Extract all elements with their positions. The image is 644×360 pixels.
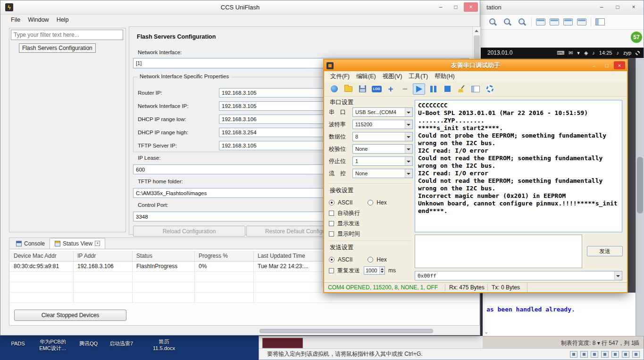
repeat-send-checkbox[interactable] xyxy=(329,268,334,273)
menu-file[interactable]: File xyxy=(7,16,24,23)
databits-select[interactable]: 8 xyxy=(352,132,413,141)
uniflash-titlebar[interactable]: ϟ CCS UniFlash – □ × xyxy=(0,0,480,15)
session-user[interactable]: zyp xyxy=(623,50,631,56)
uniflash-minimize-icon[interactable]: – xyxy=(434,2,448,12)
vmware-maximize-icon[interactable]: □ xyxy=(611,2,625,12)
recv-hex-radio[interactable] xyxy=(368,200,373,205)
log-icon[interactable]: LOG xyxy=(370,83,383,95)
zoom-in-icon[interactable] xyxy=(487,17,498,27)
session-gear-icon[interactable] xyxy=(636,51,640,55)
tab-close-icon[interactable]: × xyxy=(95,241,100,246)
network-icon[interactable]: ◈ xyxy=(584,50,588,56)
tab-console[interactable]: Console xyxy=(11,238,50,249)
vmware-close-icon[interactable]: × xyxy=(627,2,641,12)
menu-bangzhu[interactable]: 帮助(H) xyxy=(431,73,458,81)
serial-close-icon[interactable]: × xyxy=(614,61,625,69)
tab-status-view[interactable]: Status View × xyxy=(50,238,105,249)
add-icon[interactable]: + xyxy=(385,83,397,95)
interval-stepper[interactable]: 1000 xyxy=(364,266,385,275)
uniflash-close-icon[interactable]: × xyxy=(464,2,478,12)
col-device-mac[interactable]: Device Mac Addr xyxy=(10,251,74,261)
network-adapter-icon[interactable] xyxy=(591,351,598,358)
notification-badge[interactable]: 57 xyxy=(630,31,643,44)
menu-gongju[interactable]: 工具(T) xyxy=(405,73,431,81)
stopbits-select[interactable]: 1 xyxy=(352,156,413,166)
open-file-icon[interactable] xyxy=(342,83,354,95)
uniflash-menubar: File Window Help xyxy=(0,15,480,25)
reload-configuration-button[interactable]: Reload Configuration xyxy=(133,226,245,237)
stop-icon[interactable] xyxy=(441,83,453,95)
usb-icon[interactable] xyxy=(601,351,609,358)
terminal-output[interactable]: CCCCCCCC U-Boot SPL 2013.01.01 (Mar 22 2… xyxy=(415,100,622,232)
flowctrl-select[interactable]: None xyxy=(352,169,413,178)
editor-scroll-thumb[interactable] xyxy=(637,157,643,213)
clear-stopped-devices-button[interactable]: Clear Stopped Devices xyxy=(14,310,126,321)
start-icon[interactable] xyxy=(413,83,425,95)
menu-wenjian[interactable]: 文件(F) xyxy=(327,73,353,81)
volume-icon[interactable]: ♪ xyxy=(592,50,595,56)
desktop-ic on-huawei-doc[interactable]: 华为PCB的EMC设计… xyxy=(29,338,76,352)
desktop-icon-pads[interactable]: PADS xyxy=(4,340,32,347)
autowrap-checkbox[interactable] xyxy=(329,211,334,216)
clear-screen-icon[interactable] xyxy=(455,83,468,95)
send-input[interactable] xyxy=(415,235,582,268)
send-ascii-radio[interactable] xyxy=(329,257,335,262)
show-send-checkbox[interactable] xyxy=(329,221,334,226)
filter-input[interactable] xyxy=(11,30,123,40)
col-progress[interactable]: Progress % xyxy=(195,251,254,261)
desktop-icon-resume[interactable]: 简历11.5.docx xyxy=(146,338,182,352)
scroll-up-icon[interactable] xyxy=(475,30,478,32)
editor-text-area[interactable]: as been handled already. ⌄ xyxy=(483,293,636,336)
horizontal-scroll-thumb[interactable] xyxy=(259,329,433,333)
connect-icon[interactable] xyxy=(328,83,340,95)
hdd-icon[interactable] xyxy=(570,351,577,358)
menu-help[interactable]: Help xyxy=(53,16,73,23)
port-select[interactable]: USB Ser...(COM4 xyxy=(352,107,413,117)
sound-icon[interactable] xyxy=(611,351,619,358)
scroll-corner-icon[interactable]: ⌄ xyxy=(484,329,488,335)
pause-icon[interactable] xyxy=(427,83,439,95)
desktop-icon-thunder[interactable]: 启动迅雷7 xyxy=(101,340,141,347)
zoom-fit-icon[interactable] xyxy=(517,17,527,27)
uniflash-maximize-icon[interactable]: □ xyxy=(449,2,463,12)
col-ip-addr[interactable]: IP Addr xyxy=(74,251,133,261)
settings-gear-icon[interactable] xyxy=(484,83,496,95)
mail-icon[interactable]: ✉ xyxy=(569,50,573,56)
clock-text[interactable]: 14:25 xyxy=(599,50,612,56)
vmware-minimize-icon[interactable]: – xyxy=(594,2,609,12)
databits-label: 数据位 xyxy=(329,133,351,141)
panel-toggle-icon[interactable] xyxy=(469,83,482,95)
send-hex-radio[interactable] xyxy=(368,257,373,262)
menu-bianji[interactable]: 编辑(E) xyxy=(353,73,379,81)
tx-counter: Tx: 0 Bytes xyxy=(487,284,527,291)
serial-minimize-icon[interactable]: – xyxy=(588,61,600,69)
serial-maximize-icon[interactable]: □ xyxy=(601,61,612,69)
show-time-checkbox[interactable] xyxy=(329,231,334,237)
multimon-icon[interactable] xyxy=(577,18,586,25)
hex-history-select[interactable]: 0x00ff xyxy=(415,271,622,280)
desktop-icon-qq[interactable]: 腾讯QQ xyxy=(71,340,106,347)
zoom-out-icon[interactable] xyxy=(502,17,512,27)
recv-ascii-radio[interactable] xyxy=(329,200,335,205)
send-button[interactable]: 发送 xyxy=(587,246,623,256)
editor-scrollbar[interactable] xyxy=(636,58,644,336)
serial-titlebar[interactable]: 友善串口调试助手 – □ × xyxy=(324,60,627,71)
tab-width-control[interactable]: 制表符宽度: 8 ▾ xyxy=(561,339,600,347)
cdrom-icon[interactable] xyxy=(580,351,588,358)
menu-window[interactable]: Window xyxy=(24,16,52,23)
save-icon[interactable] xyxy=(356,83,368,95)
fullscreen-icon[interactable] xyxy=(550,18,559,25)
message-log-icon[interactable] xyxy=(632,351,640,358)
console-view-icon[interactable] xyxy=(536,18,545,25)
parity-select[interactable]: None xyxy=(352,144,413,154)
col-status[interactable]: Status xyxy=(133,251,195,261)
menu-shitu[interactable]: 视图(V) xyxy=(379,73,406,81)
thumbnail-bar-icon[interactable] xyxy=(595,18,605,25)
remove-icon[interactable]: − xyxy=(399,83,411,95)
unity-icon[interactable] xyxy=(563,18,573,25)
baud-select[interactable]: 115200 xyxy=(352,120,413,129)
tree-item-flash-servers[interactable]: Flash Servers Configuration xyxy=(19,43,96,53)
chevron-down-icon[interactable]: ▾ xyxy=(577,50,580,56)
keyboard-icon[interactable]: ⌨ xyxy=(557,50,564,56)
printer-icon[interactable] xyxy=(622,351,629,358)
